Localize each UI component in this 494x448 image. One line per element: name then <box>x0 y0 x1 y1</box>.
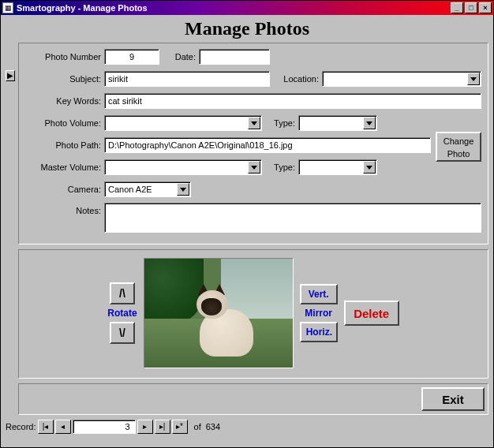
nav-first-button[interactable]: |◂ <box>38 420 54 434</box>
type2-label: Type: <box>262 162 298 172</box>
form-panel: Photo Number Date: Subject: Location: Ke… <box>18 43 488 245</box>
exit-panel: Exit <box>18 383 488 415</box>
master-volume-label: Master Volume: <box>25 162 104 172</box>
date-label: Date: <box>159 52 199 62</box>
mirror-group: Vert. Mirror Horiz. <box>300 284 338 342</box>
minimize-button[interactable]: _ <box>451 2 463 13</box>
maximize-button[interactable]: □ <box>465 2 477 13</box>
date-field[interactable] <box>199 49 270 65</box>
photo-volume-field[interactable] <box>104 115 262 131</box>
image-panel: /\ Rotate \/ Vert. <box>18 249 488 379</box>
photo-path-label: Photo Path: <box>25 140 104 150</box>
mirror-label: Mirror <box>305 308 332 319</box>
delete-button[interactable]: Delete <box>344 301 399 326</box>
photo-number-label: Photo Number <box>25 52 104 62</box>
record-of-label: of <box>194 422 201 431</box>
record-number-field[interactable] <box>73 420 136 434</box>
keywords-field[interactable] <box>104 93 481 109</box>
nav-prev-button[interactable]: ◂ <box>55 420 71 434</box>
mirror-horiz-button[interactable]: Horiz. <box>300 322 338 342</box>
page-title: Manage Photos <box>6 18 488 39</box>
record-navigator: Record: |◂ ◂ ▸ ▸| ▸* of 634 <box>6 418 488 434</box>
record-total: 634 <box>206 422 220 431</box>
client-area: Manage Photos ▶ Photo Number Date: Subje… <box>1 15 493 447</box>
photo-volume-label: Photo Volume: <box>25 118 104 128</box>
record-selector-toggle[interactable]: ▶ <box>6 70 15 81</box>
photo-subject-cat <box>193 287 256 360</box>
camera-field[interactable] <box>104 181 191 197</box>
master-type-field[interactable] <box>298 159 377 175</box>
location-label: Location: <box>270 74 322 84</box>
rotate-group: /\ Rotate \/ <box>107 282 137 344</box>
record-label: Record: <box>6 422 36 431</box>
rotate-label: Rotate <box>107 308 137 319</box>
photo-number-field[interactable] <box>104 49 159 65</box>
rotate-up-button[interactable]: /\ <box>110 282 135 304</box>
photo-path-field[interactable] <box>104 137 431 153</box>
close-button[interactable]: × <box>479 2 492 13</box>
titlebar: ▦ Smartography - Manage Photos _ □ × <box>1 1 493 15</box>
subject-label: Subject: <box>25 74 104 84</box>
photo-type-field[interactable] <box>298 115 377 131</box>
camera-label: Camera: <box>25 185 104 194</box>
notes-label: Notes: <box>25 203 104 215</box>
app-window: ▦ Smartography - Manage Photos _ □ × Man… <box>0 0 494 448</box>
keywords-label: Key Words: <box>25 96 104 106</box>
nav-new-button[interactable]: ▸* <box>172 420 188 434</box>
master-volume-field[interactable] <box>104 159 262 175</box>
notes-field[interactable] <box>104 203 481 233</box>
nav-last-button[interactable]: ▸| <box>155 420 170 434</box>
location-field[interactable] <box>322 71 481 87</box>
type1-label: Type: <box>262 118 298 128</box>
exit-button[interactable]: Exit <box>421 387 485 411</box>
photo-preview <box>144 258 294 368</box>
mirror-vert-button[interactable]: Vert. <box>300 284 338 304</box>
rotate-down-button[interactable]: \/ <box>110 322 135 344</box>
change-photo-button[interactable]: Change Photo <box>436 132 481 162</box>
app-icon: ▦ <box>2 2 13 13</box>
window-title: Smartography - Manage Photos <box>17 3 451 13</box>
subject-field[interactable] <box>104 71 270 87</box>
nav-next-button[interactable]: ▸ <box>137 420 153 434</box>
